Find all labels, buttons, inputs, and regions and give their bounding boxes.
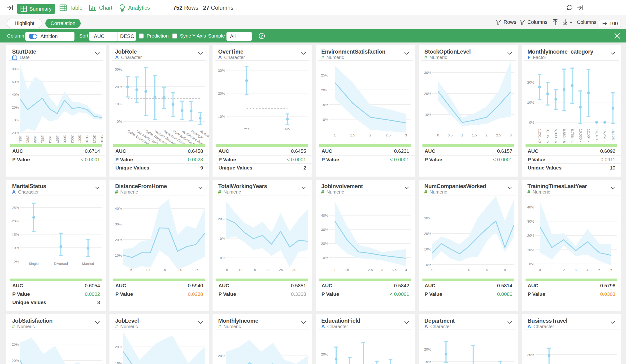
svg-text:0%: 0% [220,256,225,260]
svg-text:2000: 2000 [63,135,67,143]
svg-text:30: 30 [292,268,296,272]
svg-text:0%: 0% [529,262,534,266]
svg-text:1991: 1991 [41,135,45,143]
svg-text:2: 2 [357,268,359,272]
svg-text:25: 25 [195,268,198,272]
svg-text:15%: 15% [424,360,431,364]
svg-text:20%: 20% [12,219,19,223]
svg-text:20%: 20% [218,354,225,358]
svg-text:2.5: 2.5 [368,268,373,272]
svg-text:No: No [285,127,290,131]
svg-text:?: ? [261,34,263,38]
svg-text:20%: 20% [12,105,19,109]
svg-text:2: 2 [369,133,371,137]
svg-text:3: 3 [405,133,407,137]
svg-text:20%: 20% [12,359,19,363]
svg-text:15%: 15% [115,362,122,364]
svg-text:8: 8 [504,268,506,272]
svg-text:20%: 20% [218,217,225,221]
svg-text:1985: 1985 [26,135,30,143]
svg-text:3.5: 3.5 [392,268,397,272]
svg-text:1: 1 [461,133,463,137]
svg-text:4: 4 [468,268,470,272]
svg-text:4: 4 [587,268,588,272]
svg-text:40%: 40% [527,205,534,209]
svg-text:10%: 10% [527,248,534,252]
svg-text:10%: 10% [321,118,328,122]
svg-text:15: 15 [252,268,256,272]
svg-text:Divorced: Divorced [54,262,68,265]
svg-text:2.5: 2.5 [496,133,501,137]
svg-text:1994: 1994 [48,135,52,143]
svg-text:1: 1 [551,268,553,272]
svg-text:16,251 -: 16,251 - [603,129,607,142]
svg-text:10%: 10% [218,236,225,240]
svg-text:1.5: 1.5 [350,133,355,137]
svg-text:0.5: 0.5 [448,133,453,137]
svg-text:2: 2 [450,268,452,272]
svg-text:1981: 1981 [18,135,22,143]
svg-text:10: 10 [146,268,150,272]
svg-text:15%: 15% [321,103,328,107]
svg-text:10,630 -: 10,630 - [579,129,583,142]
svg-text:25%: 25% [12,206,19,210]
svg-text:30%: 30% [321,228,328,232]
svg-text:1997: 1997 [56,135,60,143]
svg-text:10%: 10% [424,247,431,251]
svg-text:Married: Married [82,262,94,265]
svg-text:0%: 0% [426,263,431,267]
svg-text:3: 3 [510,133,511,137]
svg-text:40%: 40% [321,213,328,217]
svg-text:80%: 80% [12,67,19,71]
svg-text:30%: 30% [527,219,534,223]
svg-text:10: 10 [238,268,242,272]
svg-text:Yes: Yes [244,127,249,131]
svg-text:0: 0 [431,268,433,272]
svg-text:8,756 - 1: 8,756 - 1 [570,129,575,143]
svg-text:20: 20 [266,268,270,272]
svg-text:20%: 20% [424,347,431,351]
svg-text:1: 1 [334,268,336,272]
svg-text:14,378 -: 14,378 - [595,129,599,142]
svg-text:2007: 2007 [78,135,82,143]
svg-text:20%: 20% [527,353,534,357]
svg-text:10%: 10% [527,100,534,104]
svg-text:20%: 20% [321,241,328,245]
svg-text:20: 20 [178,268,182,272]
svg-text:30%: 30% [218,68,225,72]
svg-text:1,261 - 3: 1,261 - 3 [538,129,542,143]
svg-text:0%: 0% [529,120,534,124]
svg-text:15%: 15% [12,232,19,236]
svg-text:2: 2 [563,268,565,272]
svg-text:25: 25 [279,268,283,272]
svg-text:20%: 20% [424,92,431,96]
svg-text:2: 2 [486,133,487,137]
svg-text:3: 3 [381,268,383,272]
svg-text:20%: 20% [218,91,225,95]
svg-text:1.5: 1.5 [472,133,477,137]
svg-text:6,882 - 8: 6,882 - 8 [562,129,566,143]
svg-text:5: 5 [226,268,228,272]
svg-text:30%: 30% [424,70,431,75]
svg-text:10%: 10% [115,253,122,257]
svg-text:-20%: -20% [11,131,19,135]
svg-text:30%: 30% [115,222,122,226]
svg-text:20%: 20% [321,352,328,356]
svg-text:10%: 10% [424,113,431,117]
svg-text:3,135 - 5: 3,135 - 5 [546,129,550,143]
svg-text:1: 1 [334,133,336,137]
svg-text:20%: 20% [527,80,534,84]
svg-text:Single: Single [29,262,39,265]
svg-text:20%: 20% [115,345,122,349]
svg-text:2003: 2003 [71,135,75,143]
svg-text:30%: 30% [115,67,122,71]
svg-text:2010: 2010 [85,135,89,143]
svg-text:25%: 25% [12,342,19,346]
svg-text:1.5: 1.5 [344,268,349,272]
svg-text:10%: 10% [218,114,225,119]
svg-text:0%: 0% [14,118,19,122]
svg-text:20%: 20% [321,88,328,92]
svg-text:10%: 10% [321,256,328,260]
svg-text:0%: 0% [117,119,122,124]
svg-text:18,125 -: 18,125 - [611,129,615,142]
